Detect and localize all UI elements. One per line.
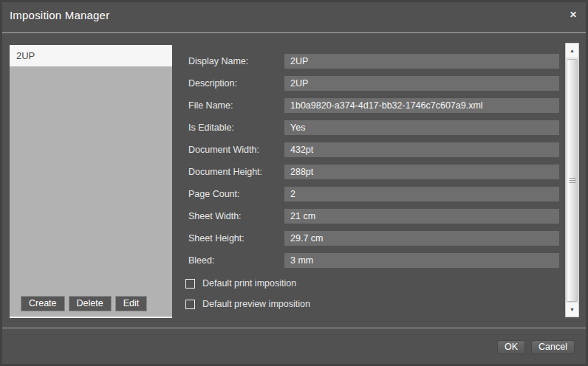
imposition-details-form: Display Name: 2UP Description: 2UP File … bbox=[188, 54, 559, 275]
scroll-up-icon[interactable]: ▲ bbox=[566, 44, 578, 58]
bleed-field[interactable]: 3 mm bbox=[284, 253, 559, 268]
scroll-down-icon[interactable]: ▼ bbox=[566, 302, 578, 317]
field-row-page-count: Page Count: 2 bbox=[188, 187, 559, 201]
vertical-scrollbar[interactable]: ▲ ▼ bbox=[565, 43, 579, 317]
scrollbar-grip-icon bbox=[569, 178, 575, 184]
edit-button[interactable]: Edit bbox=[115, 296, 148, 311]
field-label: Display Name: bbox=[188, 54, 284, 69]
default-preview-imposition-row[interactable]: Default preview imposition bbox=[185, 297, 310, 311]
page-count-field[interactable]: 2 bbox=[284, 187, 559, 201]
create-button[interactable]: Create bbox=[21, 296, 65, 311]
field-label: Description: bbox=[188, 76, 284, 91]
list-action-buttons: Create Delete Edit bbox=[21, 296, 147, 311]
default-preview-imposition-checkbox[interactable] bbox=[185, 300, 195, 309]
default-print-imposition-checkbox[interactable] bbox=[185, 279, 195, 289]
checkbox-label: Default preview imposition bbox=[202, 297, 310, 311]
field-row-file-name: File Name: 1b0a9820-a374-4d17-bb32-1746c… bbox=[188, 98, 559, 113]
field-row-is-editable: Is Editable: Yes bbox=[188, 120, 559, 135]
checkbox-label: Default print imposition bbox=[202, 276, 296, 291]
close-icon[interactable]: ✕ bbox=[567, 9, 579, 21]
default-imposition-options: Default print imposition Default preview… bbox=[185, 276, 310, 317]
field-label: Document Width: bbox=[188, 142, 284, 157]
scrollbar-thumb[interactable] bbox=[567, 59, 578, 302]
file-name-field[interactable]: 1b0a9820-a374-4d17-bb32-1746c7c607a9.xml bbox=[284, 98, 559, 113]
field-label: File Name: bbox=[188, 98, 284, 113]
field-label: Page Count: bbox=[188, 187, 284, 201]
field-label: Is Editable: bbox=[188, 120, 284, 135]
default-print-imposition-row[interactable]: Default print imposition bbox=[185, 276, 310, 291]
is-editable-field[interactable]: Yes bbox=[284, 120, 559, 135]
field-label: Bleed: bbox=[188, 253, 284, 268]
header-divider bbox=[2, 32, 586, 33]
cancel-button[interactable]: Cancel bbox=[531, 340, 575, 354]
field-row-document-width: Document Width: 432pt bbox=[188, 142, 559, 157]
footer-divider bbox=[2, 328, 586, 328]
field-label: Sheet Height: bbox=[188, 231, 284, 246]
imposition-manager-dialog: Imposition Manager ✕ 2UP Create Delete E… bbox=[0, 0, 588, 366]
footer-buttons: OK Cancel bbox=[497, 340, 575, 354]
display-name-field[interactable]: 2UP bbox=[284, 54, 559, 69]
dialog-title: Imposition Manager bbox=[10, 9, 109, 21]
document-width-field[interactable]: 432pt bbox=[284, 142, 559, 157]
list-item-2up[interactable]: 2UP bbox=[10, 45, 172, 66]
field-label: Sheet Width: bbox=[188, 209, 284, 224]
document-height-field[interactable]: 288pt bbox=[284, 165, 559, 179]
field-row-bleed: Bleed: 3 mm bbox=[188, 253, 559, 268]
ok-button[interactable]: OK bbox=[497, 340, 525, 354]
field-row-display-name: Display Name: 2UP bbox=[188, 54, 559, 69]
field-row-sheet-width: Sheet Width: 21 cm bbox=[188, 209, 559, 224]
imposition-list-panel: 2UP Create Delete Edit bbox=[10, 45, 172, 318]
field-row-description: Description: 2UP bbox=[188, 76, 559, 91]
sheet-height-field[interactable]: 29.7 cm bbox=[284, 231, 559, 246]
sheet-width-field[interactable]: 21 cm bbox=[284, 209, 559, 224]
field-label: Document Height: bbox=[188, 165, 284, 179]
field-row-document-height: Document Height: 288pt bbox=[188, 165, 559, 179]
field-row-sheet-height: Sheet Height: 29.7 cm bbox=[188, 231, 559, 246]
delete-button[interactable]: Delete bbox=[69, 296, 112, 311]
description-field[interactable]: 2UP bbox=[284, 76, 559, 91]
